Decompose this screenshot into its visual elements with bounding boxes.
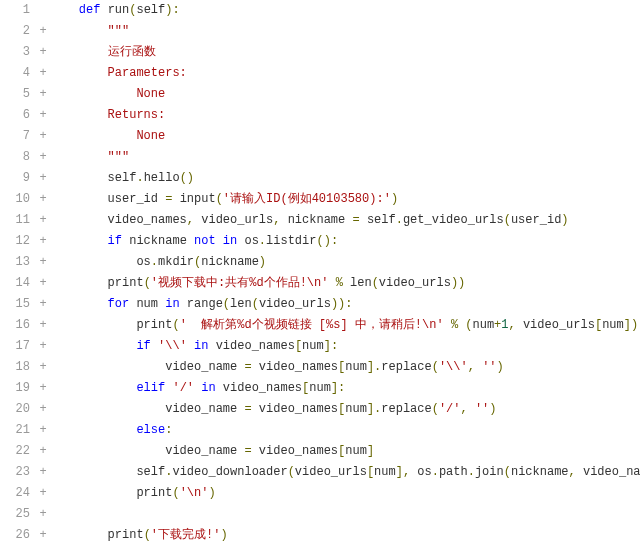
line-number: 22 xyxy=(0,441,36,462)
code-content: if nickname not in os.listdir(): xyxy=(50,231,640,252)
diff-marker: + xyxy=(36,315,50,336)
code-line: 12+ if nickname not in os.listdir(): xyxy=(0,231,640,252)
code-content: self.hello() xyxy=(50,168,640,189)
code-content: Parameters: xyxy=(50,63,640,84)
diff-marker: + xyxy=(36,441,50,462)
line-number: 8 xyxy=(0,147,36,168)
code-content: self.video_downloader(video_urls[num], o… xyxy=(50,462,640,483)
code-line: 14+ print('视频下载中:共有%d个作品!\n' % len(video… xyxy=(0,273,640,294)
line-number: 2 xyxy=(0,21,36,42)
code-line: 16+ print(' 解析第%d个视频链接 [%s] 中，请稍后!\n' % … xyxy=(0,315,640,336)
code-line: 9+ self.hello() xyxy=(0,168,640,189)
line-number: 17 xyxy=(0,336,36,357)
code-line: 25+ xyxy=(0,504,640,525)
diff-marker xyxy=(36,0,50,21)
code-line: 4+ Parameters: xyxy=(0,63,640,84)
line-number: 15 xyxy=(0,294,36,315)
line-number: 21 xyxy=(0,420,36,441)
line-number: 12 xyxy=(0,231,36,252)
line-number: 7 xyxy=(0,126,36,147)
code-content: video_name = video_names[num].replace('\… xyxy=(50,357,640,378)
code-content: Returns: xyxy=(50,105,640,126)
code-content: if '\\' in video_names[num]: xyxy=(50,336,640,357)
line-number: 24 xyxy=(0,483,36,504)
code-line: 1 def run(self): xyxy=(0,0,640,21)
code-line: 11+ video_names, video_urls, nickname = … xyxy=(0,210,640,231)
code-content: print('\n') xyxy=(50,483,640,504)
diff-marker: + xyxy=(36,336,50,357)
code-line: 10+ user_id = input('请输入ID(例如40103580):'… xyxy=(0,189,640,210)
diff-view: 1 def run(self):2+ """3+ 运行函数4+ Paramete… xyxy=(0,0,640,546)
code-content: video_name = video_names[num] xyxy=(50,441,640,462)
code-content: """ xyxy=(50,21,640,42)
line-number: 1 xyxy=(0,0,36,21)
diff-marker: + xyxy=(36,21,50,42)
code-content: elif '/' in video_names[num]: xyxy=(50,378,640,399)
diff-marker: + xyxy=(36,525,50,546)
diff-marker: + xyxy=(36,252,50,273)
diff-marker: + xyxy=(36,483,50,504)
code-line: 13+ os.mkdir(nickname) xyxy=(0,252,640,273)
diff-marker: + xyxy=(36,147,50,168)
line-number: 13 xyxy=(0,252,36,273)
line-number: 20 xyxy=(0,399,36,420)
code-line: 6+ Returns: xyxy=(0,105,640,126)
code-content: video_name = video_names[num].replace('/… xyxy=(50,399,640,420)
line-number: 18 xyxy=(0,357,36,378)
diff-marker: + xyxy=(36,378,50,399)
code-line: 15+ for num in range(len(video_urls)): xyxy=(0,294,640,315)
line-number: 5 xyxy=(0,84,36,105)
diff-marker: + xyxy=(36,126,50,147)
code-content: for num in range(len(video_urls)): xyxy=(50,294,640,315)
code-content: print('下载完成!') xyxy=(50,525,640,546)
code-line: 26+ print('下载完成!') xyxy=(0,525,640,546)
line-number: 26 xyxy=(0,525,36,546)
line-number: 19 xyxy=(0,378,36,399)
line-number: 16 xyxy=(0,315,36,336)
code-content: os.mkdir(nickname) xyxy=(50,252,640,273)
code-line: 2+ """ xyxy=(0,21,640,42)
line-number: 14 xyxy=(0,273,36,294)
line-number: 10 xyxy=(0,189,36,210)
line-number: 4 xyxy=(0,63,36,84)
code-content xyxy=(50,504,640,525)
code-line: 3+ 运行函数 xyxy=(0,42,640,63)
code-line: 23+ self.video_downloader(video_urls[num… xyxy=(0,462,640,483)
code-line: 24+ print('\n') xyxy=(0,483,640,504)
diff-marker: + xyxy=(36,168,50,189)
line-number: 9 xyxy=(0,168,36,189)
line-number: 11 xyxy=(0,210,36,231)
diff-marker: + xyxy=(36,231,50,252)
code-line: 8+ """ xyxy=(0,147,640,168)
code-content: def run(self): xyxy=(50,0,640,21)
code-line: 19+ elif '/' in video_names[num]: xyxy=(0,378,640,399)
code-content: video_names, video_urls, nickname = self… xyxy=(50,210,640,231)
code-line: 5+ None xyxy=(0,84,640,105)
diff-marker: + xyxy=(36,399,50,420)
diff-marker: + xyxy=(36,84,50,105)
line-number: 23 xyxy=(0,462,36,483)
diff-marker: + xyxy=(36,42,50,63)
code-line: 22+ video_name = video_names[num] xyxy=(0,441,640,462)
diff-marker: + xyxy=(36,420,50,441)
code-line: 21+ else: xyxy=(0,420,640,441)
diff-marker: + xyxy=(36,189,50,210)
code-line: 20+ video_name = video_names[num].replac… xyxy=(0,399,640,420)
line-number: 3 xyxy=(0,42,36,63)
code-content: 运行函数 xyxy=(50,42,640,63)
code-content: """ xyxy=(50,147,640,168)
diff-marker: + xyxy=(36,357,50,378)
code-content: None xyxy=(50,84,640,105)
diff-marker: + xyxy=(36,294,50,315)
line-number: 25 xyxy=(0,504,36,525)
code-line: 18+ video_name = video_names[num].replac… xyxy=(0,357,640,378)
diff-marker: + xyxy=(36,63,50,84)
diff-marker: + xyxy=(36,504,50,525)
diff-marker: + xyxy=(36,105,50,126)
code-line: 7+ None xyxy=(0,126,640,147)
code-content: None xyxy=(50,126,640,147)
code-content: else: xyxy=(50,420,640,441)
line-number: 6 xyxy=(0,105,36,126)
code-line: 17+ if '\\' in video_names[num]: xyxy=(0,336,640,357)
diff-marker: + xyxy=(36,462,50,483)
